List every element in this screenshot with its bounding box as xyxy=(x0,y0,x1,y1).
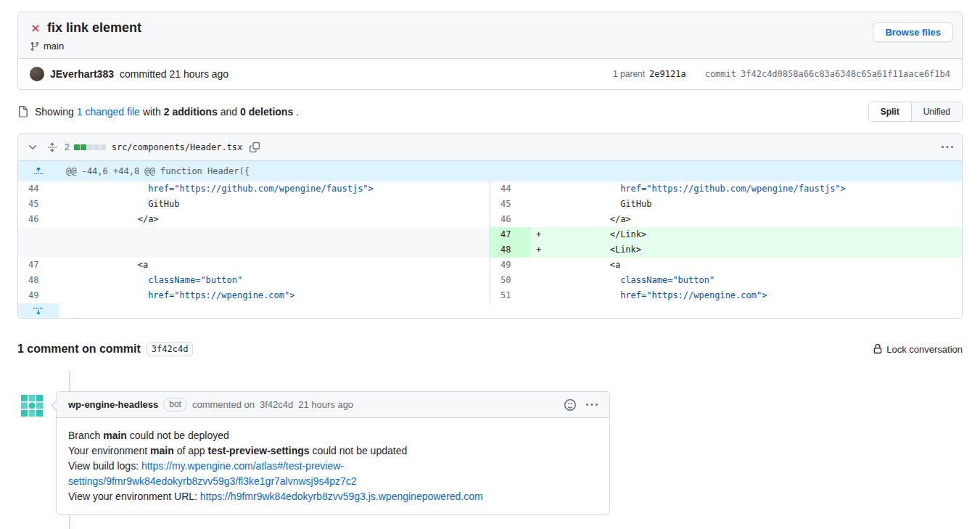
lock-conversation-button[interactable]: Lock conversation xyxy=(873,344,963,355)
commit-page: fix link element main Browse files JEver… xyxy=(0,0,980,529)
code-line: GitHub xyxy=(75,199,180,209)
additions-count: 2 additions xyxy=(164,106,218,118)
code-line-added: </Link> xyxy=(547,229,646,239)
line-number[interactable]: 49 xyxy=(18,288,59,303)
environment-url-link[interactable]: https://h9fmr9wk84edokyrb8zvv59g3.js.wpe… xyxy=(200,491,483,502)
deletions-count: 0 deletions xyxy=(240,106,293,118)
comment-meta-time[interactable]: 21 hours ago xyxy=(298,399,353,410)
diff-view-toggle: Split Unified xyxy=(868,102,963,122)
commit-sha-chip: 3f42c4d xyxy=(147,342,194,356)
file-diff-icon xyxy=(17,106,32,118)
code-line: href="https://wpengine.com"> xyxy=(547,290,767,300)
commit-time: committed 21 hours ago xyxy=(120,68,228,80)
code-line: href="https://wpengine.com"> xyxy=(75,290,295,300)
browse-files-button[interactable]: Browse files xyxy=(873,22,953,42)
line-number[interactable]: 46 xyxy=(18,212,59,227)
line-number[interactable]: 44 xyxy=(490,181,531,197)
parent-label: 1 parent xyxy=(613,69,645,79)
line-number[interactable]: 45 xyxy=(490,197,531,212)
fold-down-icon[interactable] xyxy=(18,303,59,318)
line-number[interactable]: 48 xyxy=(18,273,59,288)
code-line: className="button" xyxy=(547,275,715,285)
copy-icon[interactable] xyxy=(248,141,261,154)
line-number[interactable]: 46 xyxy=(490,212,531,227)
period-text: . xyxy=(296,106,299,118)
bot-avatar[interactable] xyxy=(17,391,46,420)
commit-meta-bar: JEverhart383 committed 21 hours ago 1 pa… xyxy=(17,59,963,90)
collapse-file-chevron-down-icon[interactable] xyxy=(25,140,40,155)
unfold-icon[interactable] xyxy=(46,141,59,154)
code-line: <a xyxy=(75,260,148,270)
diff-row: 48 className="button" 50 className="butt… xyxy=(18,273,962,288)
empty-cell xyxy=(18,227,59,242)
and-text: and xyxy=(221,106,237,118)
empty-cell xyxy=(18,242,59,258)
parent-sha-link[interactable]: 2e9121a xyxy=(649,69,686,79)
comment-body: Branch main could not be deployed Your e… xyxy=(57,418,609,514)
bot-badge: bot xyxy=(163,398,187,411)
comment-author[interactable]: wp-engine-headless xyxy=(68,399,158,410)
line-number[interactable]: 44 xyxy=(18,181,59,197)
file-menu-kebab-icon[interactable] xyxy=(940,140,955,155)
commit-title: fix link element xyxy=(47,20,141,36)
unified-view-button[interactable]: Unified xyxy=(911,102,962,121)
comment-meta-sha-link[interactable]: 3f42c4d xyxy=(260,399,293,410)
line-number[interactable]: 47 xyxy=(490,227,531,242)
diffstat: 2 xyxy=(65,142,106,152)
showing-prefix: Showing xyxy=(35,106,74,118)
lock-icon xyxy=(873,344,883,354)
line-number[interactable]: 49 xyxy=(490,258,531,273)
status-x-icon xyxy=(30,22,41,34)
code-line: <a xyxy=(547,260,620,270)
diff-row-addition: 48+ <Link> xyxy=(18,242,962,258)
diff-summary-bar: Showing 1 changed file with 2 additions … xyxy=(17,102,963,122)
comment-header: wp-engine-headless bot commented on 3f42… xyxy=(57,392,609,418)
comment-line: Branch main could not be deployed xyxy=(68,428,598,443)
commit-label: commit xyxy=(705,69,736,79)
hunk-header-row: @@ -44,6 +44,8 @@ function Header({ xyxy=(18,161,962,181)
git-branch-icon xyxy=(30,41,40,52)
diff-file-header: 2 src/components/Header.tsx xyxy=(18,134,962,161)
fold-up-icon[interactable] xyxy=(18,161,59,181)
diff-row-addition: 47+ </Link> xyxy=(18,227,962,242)
author-login[interactable]: JEverhart383 xyxy=(50,68,114,80)
diff-row: 45 GitHub 45 GitHub xyxy=(18,197,962,212)
changed-files-link[interactable]: 1 changed file xyxy=(77,106,140,118)
line-number[interactable]: 45 xyxy=(18,197,59,212)
code-line: </a> xyxy=(75,214,159,224)
code-line: className="button" xyxy=(75,275,242,285)
comment-box: wp-engine-headless bot commented on 3f42… xyxy=(56,391,610,515)
comment-line: Your environment main of app test-previe… xyxy=(68,443,598,459)
hunk-header: @@ -44,6 +44,8 @@ function Header({ xyxy=(59,161,250,181)
commit-sha: 3f42c4d0858a66c83a6348c65a61f11aace6f1b4 xyxy=(741,69,950,79)
smiley-icon[interactable] xyxy=(564,399,576,411)
commit-header-box: fix link element main Browse files xyxy=(17,12,963,59)
diffstat-count: 2 xyxy=(65,142,70,152)
diff-row: 46 </a> 46 </a> xyxy=(18,212,962,227)
branch-name[interactable]: main xyxy=(44,41,64,52)
file-path[interactable]: src/components/Header.tsx xyxy=(112,142,243,152)
line-number[interactable]: 50 xyxy=(490,273,531,288)
code-line: </a> xyxy=(547,214,631,224)
split-view-button[interactable]: Split xyxy=(869,102,911,121)
comment-meta-pre: commented on xyxy=(192,399,255,410)
line-number[interactable]: 51 xyxy=(490,288,531,303)
line-number[interactable]: 47 xyxy=(18,258,59,273)
code-line-added: <Link> xyxy=(547,245,641,255)
diff-row: 44 href="https://github.com/wpengine/fau… xyxy=(18,181,962,197)
code-line: href="https://github.com/wpengine/faustj… xyxy=(547,184,846,194)
comments-heading: 1 comment on commit xyxy=(17,343,141,356)
comment-line: View build logs: https://my.wpengine.com… xyxy=(68,459,598,489)
code-line: href="https://github.com/wpengine/faustj… xyxy=(75,184,374,194)
diff-file-box: 2 src/components/Header.tsx @@ -44,6 +44… xyxy=(17,134,963,319)
expand-down-row xyxy=(18,303,962,318)
comment-line: View your environment URL: https://h9fmr… xyxy=(68,489,598,504)
line-number[interactable]: 48 xyxy=(490,242,531,258)
comments-heading-row: 1 comment on commit 3f42c4d Lock convers… xyxy=(17,342,963,356)
diffstat-blocks xyxy=(73,142,106,152)
code-line: GitHub xyxy=(547,199,652,209)
diff-row: 47 <a 49 <a xyxy=(18,258,962,273)
diff-row: 49 href="https://wpengine.com"> 51 href=… xyxy=(18,288,962,303)
comment-menu-kebab-icon[interactable] xyxy=(586,399,598,411)
author-avatar[interactable] xyxy=(30,67,44,81)
